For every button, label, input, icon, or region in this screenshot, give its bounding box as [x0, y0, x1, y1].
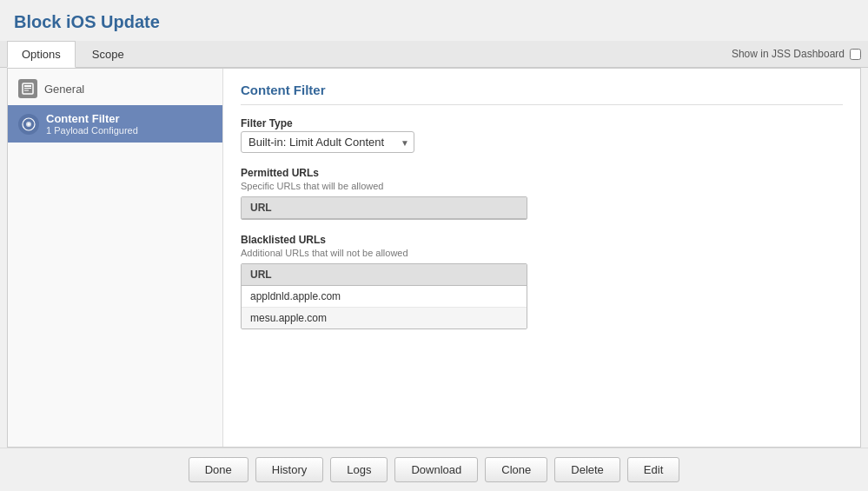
svg-point-5 [28, 123, 30, 125]
tabs-bar: Options Scope Show in JSS Dashboard [0, 41, 868, 68]
download-button[interactable]: Download [394, 457, 478, 482]
done-button[interactable]: Done [189, 457, 248, 482]
filter-type-label: Filter Type [241, 117, 843, 129]
blacklisted-urls-column-header: URL [242, 264, 527, 286]
permitted-urls-desc: Specific URLs that will be allowed [241, 181, 843, 191]
edit-button[interactable]: Edit [627, 457, 679, 482]
sidebar-general-item[interactable]: General [8, 72, 222, 105]
blacklisted-url-row-2: mesu.apple.com [242, 308, 527, 328]
delete-button[interactable]: Delete [554, 457, 620, 482]
panel-title: Content Filter [241, 83, 843, 105]
general-icon [18, 79, 37, 98]
content-area: General Content Filter 1 Payload Configu… [7, 68, 861, 448]
permitted-urls-table: URL [241, 196, 527, 220]
tab-options[interactable]: Options [7, 41, 76, 68]
filter-type-select[interactable]: Built-in: Limit Adult Content Plug-in [241, 131, 414, 153]
blacklisted-urls-desc: Additional URLs that will not be allowed [241, 248, 843, 258]
page-title: Block iOS Update [0, 0, 868, 41]
general-label: General [44, 83, 84, 96]
show-in-jss-container: Show in JSS Dashboard [732, 48, 861, 60]
svg-rect-1 [24, 85, 31, 87]
content-filter-label: Content Filter [46, 112, 138, 125]
blacklisted-url-row-1: appldnld.apple.com [242, 286, 527, 308]
content-filter-text: Content Filter 1 Payload Configured [46, 112, 138, 136]
content-filter-sub: 1 Payload Configured [46, 125, 138, 136]
history-button[interactable]: History [255, 457, 323, 482]
clone-button[interactable]: Clone [485, 457, 547, 482]
blacklisted-urls-group: Blacklisted URLs Additional URLs that wi… [241, 234, 843, 329]
blacklisted-urls-table: URL appldnld.apple.com mesu.apple.com [241, 263, 527, 329]
svg-rect-2 [24, 88, 31, 89]
logs-button[interactable]: Logs [330, 457, 388, 482]
show-in-jss-label: Show in JSS Dashboard [732, 48, 845, 60]
permitted-urls-label: Permitted URLs [241, 167, 843, 179]
main-panel: Content Filter Filter Type Built-in: Lim… [223, 69, 860, 447]
svg-rect-3 [24, 90, 29, 91]
tab-scope[interactable]: Scope [77, 41, 139, 67]
filter-type-select-wrapper: Built-in: Limit Adult Content Plug-in ▼ [241, 131, 414, 153]
sidebar: General Content Filter 1 Payload Configu… [8, 69, 223, 447]
filter-type-group: Filter Type Built-in: Limit Adult Conten… [241, 117, 843, 153]
show-in-jss-checkbox[interactable] [850, 49, 861, 60]
content-filter-icon [18, 114, 39, 135]
page-wrapper: Block iOS Update Options Scope Show in J… [0, 0, 868, 491]
blacklisted-urls-label: Blacklisted URLs [241, 234, 843, 246]
sidebar-content-filter[interactable]: Content Filter 1 Payload Configured [8, 105, 222, 143]
permitted-urls-column-header: URL [242, 197, 527, 219]
permitted-urls-group: Permitted URLs Specific URLs that will b… [241, 167, 843, 220]
tabs-left: Options Scope [7, 41, 141, 67]
bottom-bar: Done History Logs Download Clone Delete … [0, 448, 868, 491]
